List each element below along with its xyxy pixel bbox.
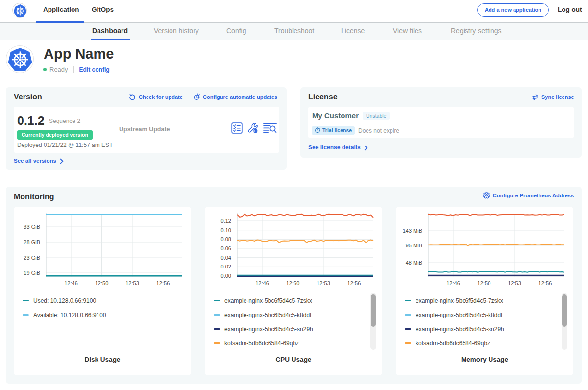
svg-text:12:50: 12:50 — [286, 280, 300, 286]
svg-text:23 GiB: 23 GiB — [24, 255, 40, 261]
svg-text:12:46: 12:46 — [64, 280, 78, 286]
svg-text:12:53: 12:53 — [317, 280, 330, 286]
svg-text:0.08: 0.08 — [221, 236, 231, 242]
svg-text:0.04: 0.04 — [221, 255, 231, 261]
svg-text:28 GiB: 28 GiB — [24, 239, 40, 245]
svg-text:12:56: 12:56 — [347, 280, 361, 286]
svg-text:0.02: 0.02 — [221, 264, 231, 269]
svg-text:12:50: 12:50 — [477, 280, 491, 286]
svg-text:95 MiB: 95 MiB — [406, 243, 422, 248]
svg-text:0.00: 0.00 — [221, 273, 231, 279]
svg-text:0.12: 0.12 — [221, 218, 231, 224]
svg-text:12:46: 12:46 — [255, 280, 269, 286]
svg-text:12:56: 12:56 — [539, 280, 552, 286]
svg-text:0.06: 0.06 — [221, 245, 231, 251]
svg-text:12:56: 12:56 — [156, 280, 170, 286]
svg-text:12:53: 12:53 — [125, 280, 139, 286]
svg-text:48 MiB: 48 MiB — [406, 260, 422, 266]
svg-text:33 GiB: 33 GiB — [24, 224, 40, 230]
svg-text:12:53: 12:53 — [508, 280, 521, 286]
svg-text:12:46: 12:46 — [446, 280, 460, 286]
svg-text:19 GiB: 19 GiB — [24, 270, 40, 276]
svg-text:12:50: 12:50 — [95, 280, 109, 286]
svg-text:143 MiB: 143 MiB — [403, 228, 422, 234]
svg-text:0.10: 0.10 — [221, 227, 231, 233]
